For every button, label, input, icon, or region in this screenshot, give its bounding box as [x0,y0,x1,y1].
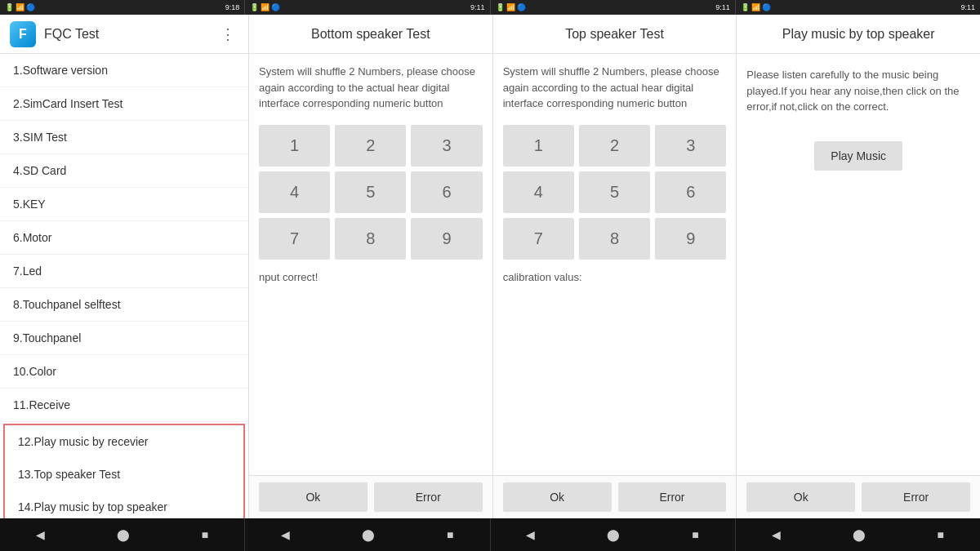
number-btn-1[interactable]: 1 [259,125,330,167]
sidebar-items-container: 1.Software version2.SimCard Insert Test3… [0,54,248,518]
sidebar-item-1[interactable]: 1.Software version [0,54,248,87]
status-bars: 🔋 📶 🔵 9:18 🔋 📶 🔵 9:11 🔋 📶 🔵 9:11 🔋 📶 🔵 9… [0,0,980,15]
sidebar: F FQC Test ⋮ 1.Software version2.SimCard… [0,15,249,518]
number-btn-6[interactable]: 6 [655,171,726,213]
top-speaker-header: Top speaker Test [493,15,737,54]
main-layout: F FQC Test ⋮ 1.Software version2.SimCard… [0,15,980,518]
number-btn-4[interactable]: 4 [503,171,574,213]
back-icon-2[interactable]: ◀ [281,528,290,541]
play-music-footer: Ok Error [737,475,980,518]
number-btn-2[interactable]: 2 [579,125,650,167]
top-speaker-panel: Top speaker Test System will shuffle 2 N… [493,15,737,518]
app-icon: F [10,21,36,47]
number-btn-9[interactable]: 9 [411,218,482,260]
sidebar-item-12[interactable]: 12.Play music by recevier [5,425,243,458]
status-bar-4: 🔋 📶 🔵 9:11 [736,0,980,15]
bottom-speaker-status: nput correct! [259,269,483,286]
number-btn-7[interactable]: 7 [503,218,574,260]
recents-icon-4[interactable]: ■ [938,528,944,541]
top-speaker-footer: Ok Error [493,475,737,518]
sidebar-item-3[interactable]: 3.SIM Test [0,121,248,154]
number-btn-9[interactable]: 9 [655,218,726,260]
sidebar-item-7[interactable]: 7.Led [0,255,248,288]
recents-icon-2[interactable]: ■ [447,528,453,541]
back-icon-1[interactable]: ◀ [36,528,45,541]
sidebar-item-8[interactable]: 8.Touchpanel selftest [0,288,248,322]
nav-bar-1: ◀ ⬤ ■ [0,518,245,551]
bottom-speaker-panel: Bottom speaker Test System will shuffle … [249,15,493,518]
play-music-header: Play music by top speaker [737,15,980,54]
number-btn-6[interactable]: 6 [411,171,482,213]
home-icon-4[interactable]: ⬤ [853,528,866,541]
number-btn-3[interactable]: 3 [655,125,726,167]
sidebar-item-6[interactable]: 6.Motor [0,221,248,255]
home-icon-3[interactable]: ⬤ [607,528,620,541]
sidebar-item-11[interactable]: 11.Receive [0,389,248,422]
sidebar-item-2[interactable]: 2.SimCard Insert Test [0,87,248,121]
number-btn-7[interactable]: 7 [259,218,330,260]
bottom-speaker-body: System will shuffle 2 Numbers, please ch… [249,54,492,475]
back-icon-4[interactable]: ◀ [772,528,781,541]
number-btn-8[interactable]: 8 [335,218,406,260]
bottom-speaker-ok[interactable]: Ok [259,482,368,512]
bottom-speaker-footer: Ok Error [249,475,492,518]
number-btn-5[interactable]: 5 [335,171,406,213]
nav-bar-3: ◀ ⬤ ■ [491,518,736,551]
top-speaker-desc: System will shuffle 2 Numbers, please ch… [503,64,727,112]
content-area: Bottom speaker Test System will shuffle … [249,15,980,518]
play-music-button[interactable]: Play Music [814,141,902,171]
status-bar-2: 🔋 📶 🔵 9:11 [245,0,490,15]
bottom-speaker-header: Bottom speaker Test [249,15,492,54]
sidebar-item-4[interactable]: 4.SD Card [0,154,248,188]
home-icon-2[interactable]: ⬤ [362,528,375,541]
top-speaker-error[interactable]: Error [618,482,727,512]
number-btn-3[interactable]: 3 [411,125,482,167]
sidebar-item-13[interactable]: 13.Top speaker Test [5,458,243,491]
nav-bars: ◀ ⬤ ■ ◀ ⬤ ■ ◀ ⬤ ■ ◀ ⬤ ■ [0,518,980,551]
back-icon-3[interactable]: ◀ [526,528,535,541]
status-bar-3: 🔋 📶 🔵 9:11 [491,0,736,15]
top-speaker-body: System will shuffle 2 Numbers, please ch… [493,54,737,475]
nav-bar-2: ◀ ⬤ ■ [245,518,490,551]
play-music-ok[interactable]: Ok [746,482,855,512]
sidebar-item-10[interactable]: 10.Color [0,355,248,389]
number-btn-8[interactable]: 8 [579,218,650,260]
recents-icon-3[interactable]: ■ [692,528,698,541]
bottom-speaker-error[interactable]: Error [374,482,483,512]
number-btn-5[interactable]: 5 [579,171,650,213]
sidebar-item-14[interactable]: 14.Play music by top speaker [5,491,243,518]
number-btn-4[interactable]: 4 [259,171,330,213]
home-icon-1[interactable]: ⬤ [117,528,130,541]
play-music-error[interactable]: Error [862,482,970,512]
number-btn-1[interactable]: 1 [503,125,574,167]
status-bar-1: 🔋 📶 🔵 9:18 [0,0,245,15]
play-music-desc: Please listen carefully to the music bei… [746,67,970,115]
play-music-panel: Play music by top speaker Please listen … [737,15,980,518]
top-speaker-ok[interactable]: Ok [503,482,612,512]
play-music-body: Please listen carefully to the music bei… [737,54,980,475]
bottom-speaker-desc: System will shuffle 2 Numbers, please ch… [259,64,483,112]
sidebar-item-9[interactable]: 9.Touchpanel [0,322,248,355]
bottom-speaker-grid: 123456789 [259,125,483,260]
sidebar-item-5[interactable]: 5.KEY [0,188,248,221]
nav-bar-4: ◀ ⬤ ■ [736,518,980,551]
top-speaker-status: calibration valus: [503,269,727,286]
sidebar-header: F FQC Test ⋮ [0,15,248,54]
sidebar-title: FQC Test [44,27,217,42]
number-btn-2[interactable]: 2 [335,125,406,167]
top-speaker-grid: 123456789 [503,125,727,260]
menu-icon[interactable]: ⋮ [217,22,238,47]
recents-icon-1[interactable]: ■ [202,528,208,541]
